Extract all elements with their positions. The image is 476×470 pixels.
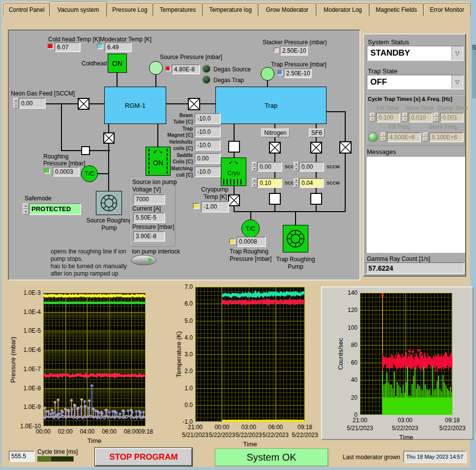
coldhead-on-button[interactable]: ON xyxy=(108,54,127,73)
cryopump-temp-indicator[interactable] xyxy=(193,203,200,209)
neon-valve-icon[interactable] xyxy=(78,98,89,110)
tab-vacuum-system[interactable]: Vacuum system xyxy=(50,1,107,17)
coldhead-temp-indicator[interactable] xyxy=(47,43,54,49)
neon-spinner[interactable]: ▲▼ xyxy=(13,98,19,108)
safemode-label: Safemode xyxy=(25,195,52,202)
trap-state-combo[interactable]: OFF▽ xyxy=(367,75,463,89)
tab-pressure-log[interactable]: Pressure Log xyxy=(107,3,153,16)
tc-gauge-trap[interactable]: T/C xyxy=(241,219,260,238)
pressure-chart[interactable]: 1.0E-31.0E-41.0E-51.0E-61.0E-71.0E-81.0E… xyxy=(43,293,146,426)
tab-control-panel[interactable]: Control Panel xyxy=(3,3,50,16)
x-tick-label: 00:00 xyxy=(36,428,51,435)
fill-freq-value[interactable]: 4.500E+6 xyxy=(387,132,420,142)
stop-program-button[interactable]: STOP PROGRAM xyxy=(95,448,192,466)
trap-pressure-indicator[interactable] xyxy=(277,70,283,75)
system-ok-banner: System OK xyxy=(215,448,328,466)
trap-roughing-indicator[interactable] xyxy=(229,238,236,244)
fill-time-spinner[interactable]: ▲▼ xyxy=(370,113,375,122)
tab-temperature-log[interactable]: Temperature log xyxy=(203,3,258,16)
store-time-spinner[interactable]: ▲▼ xyxy=(402,113,408,122)
sf6-set-spinner[interactable]: ▲▼ xyxy=(294,178,299,188)
sf6-valve-icon[interactable] xyxy=(310,142,322,154)
rgm-trap-valve-icon[interactable] xyxy=(188,98,200,110)
safemode-spinner[interactable]: ▲▼ xyxy=(23,203,29,215)
trap-pressure-gauge-icon[interactable] xyxy=(261,67,274,81)
sf6-flow-value: 0.00 xyxy=(299,162,324,171)
pipe xyxy=(157,124,158,147)
pipe xyxy=(155,74,156,87)
source-roughing-pump-icon[interactable] xyxy=(96,191,122,215)
nitrogen-tag: Nitrogen xyxy=(261,128,290,137)
tab-error-monitor[interactable]: Error Monitor xyxy=(423,3,471,16)
trap-state-label: Trap State xyxy=(368,67,397,75)
degas-source-led[interactable] xyxy=(202,64,211,73)
source-pressure-gauge-icon[interactable] xyxy=(149,61,163,75)
cryo-lower-valve-icon[interactable] xyxy=(228,194,240,206)
n2-flow-value: 0.00 xyxy=(257,162,282,171)
cryo-upper-square-valve[interactable] xyxy=(228,141,240,153)
counts-chart[interactable]: 14012010080604020021:005/21/202303:005/2… xyxy=(360,293,452,415)
x-date-label: 5/22/2023 xyxy=(392,425,418,432)
application-window: Control Panel Vacuum system Pressure Log… xyxy=(0,0,476,470)
store-freq-value[interactable]: 5.100E+6 xyxy=(429,132,463,142)
source-pressure-indicator[interactable] xyxy=(165,66,171,71)
sf6-square-valve[interactable] xyxy=(310,193,322,205)
chevron-down-icon[interactable]: ▽ xyxy=(451,75,463,89)
roughing-square-valve[interactable] xyxy=(81,146,90,155)
last-moderator-label: Last moderator grown xyxy=(343,454,400,461)
temperature-chart[interactable]: 7.06.05.04.03.02.01.00.0-1.021:005/21/20… xyxy=(195,287,305,422)
neon-value[interactable]: 0.00 xyxy=(19,98,45,108)
x-tick-label: 09:18 xyxy=(445,417,460,424)
store-time-value[interactable]: 0.010 xyxy=(409,113,432,122)
nitrogen-valve-icon[interactable] xyxy=(269,142,281,154)
pipe xyxy=(295,212,296,225)
coil-label: BeamTube [C] xyxy=(165,112,193,125)
x-tick-label: 06:00 xyxy=(102,428,117,435)
tab-moderator-log[interactable]: Moderator Log xyxy=(316,3,369,16)
roughing-pressure-indicator[interactable] xyxy=(44,168,50,174)
background-window-fragment: S xyxy=(472,44,476,98)
dump-time-value[interactable]: 0.001 xyxy=(440,113,463,122)
trap-right-valve-icon[interactable] xyxy=(339,141,352,154)
degas-trap-led[interactable] xyxy=(202,75,211,84)
chart-plot-area[interactable] xyxy=(195,287,305,422)
trap-roughing-pump-icon[interactable] xyxy=(283,225,308,252)
sf6-setpoint-value[interactable]: 0.04 xyxy=(299,178,324,188)
degas-source-label: Degas Source xyxy=(213,66,251,73)
stacker-pressure-indicator[interactable] xyxy=(273,47,279,53)
n2-flow-spinner[interactable]: ▲▼ xyxy=(252,162,257,171)
moderator-temp-indicator[interactable] xyxy=(97,43,103,49)
chart-plot-area[interactable] xyxy=(360,293,452,415)
tab-grow-moderator[interactable]: Grow Moderator xyxy=(258,3,316,16)
n2-set-spinner[interactable]: ▲▼ xyxy=(252,178,257,188)
fill-freq-spinner[interactable]: ▲▼ xyxy=(381,132,386,141)
sf6-flow-spinner[interactable]: ▲▼ xyxy=(294,162,299,171)
sf6-set-unit: SCCM xyxy=(327,181,340,186)
cycle-led[interactable] xyxy=(368,132,378,142)
source-roughing-pump-label: Source Roughing xyxy=(85,217,134,224)
n2-setpoint-value[interactable]: 0.10 xyxy=(257,178,282,188)
chevron-down-icon[interactable]: ▽ xyxy=(451,46,463,60)
rgm-roughing-valve-icon[interactable] xyxy=(103,132,115,144)
ion-pump-interlock-toggle[interactable]: ▶ xyxy=(131,255,156,265)
roughing-pressure-label2: Pressure [mbar] xyxy=(43,160,85,167)
y-tick-label: 140 xyxy=(348,289,357,296)
tab-temperatures[interactable]: Temperatures xyxy=(153,3,203,16)
interlock-label: Ion pump interlock xyxy=(132,248,180,255)
trap-pressure-value: 2.50E-10 xyxy=(284,68,311,78)
trap-roughing-pressure-value: 0.0008 xyxy=(237,237,266,247)
cryopump-icon[interactable]: ↙↘ Cryo xyxy=(221,157,246,186)
tab-magnetic-fields[interactable]: Magnetic Fields xyxy=(369,3,423,16)
x-date-label: 5/22/2023 xyxy=(292,432,318,439)
chart-plot-area[interactable] xyxy=(43,293,146,426)
store-freq-spinner[interactable]: ▲▼ xyxy=(423,132,428,141)
nitrogen-square-valve[interactable] xyxy=(269,193,281,205)
fill-time-value[interactable]: 0.100 xyxy=(376,113,400,122)
dump-time-spinner[interactable]: ▲▼ xyxy=(434,113,439,122)
system-status-label: System Status xyxy=(368,38,409,46)
tc-gauge-source[interactable]: T/C xyxy=(81,165,98,182)
system-status-combo[interactable]: STANDBY▽ xyxy=(367,46,463,61)
safemode-value[interactable]: PROTECTED xyxy=(29,203,81,215)
x-date-label: 5/22/2023 xyxy=(439,425,465,432)
messages-box[interactable] xyxy=(366,156,465,253)
